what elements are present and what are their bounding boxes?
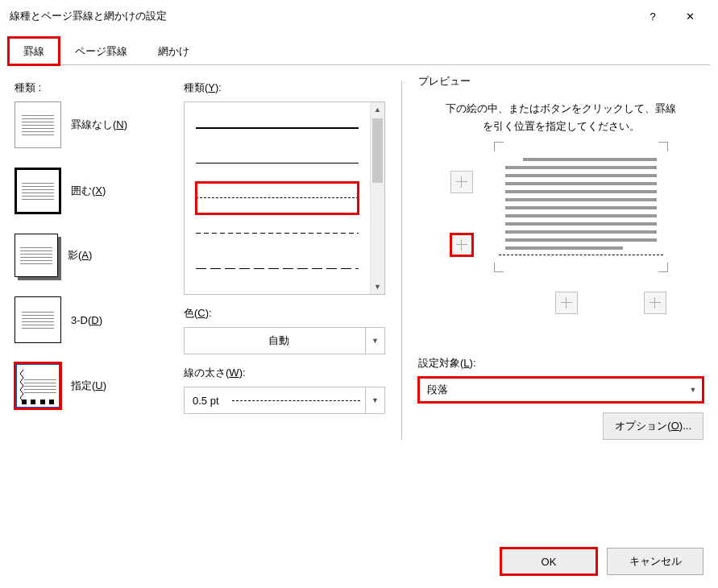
style-scrollbar[interactable]: ▲ ▼ — [370, 102, 384, 294]
chevron-down-icon: ▼ — [365, 387, 384, 413]
help-icon: ? — [650, 10, 655, 23]
thumb-3d-icon — [15, 296, 61, 343]
scroll-thumb[interactable] — [372, 118, 383, 183]
setting-shadow[interactable]: 影(A) — [15, 234, 168, 277]
cancel-button[interactable]: キャンセル — [607, 548, 703, 575]
setting-custom-label: 指定(U) — [71, 379, 106, 393]
zigzag-icon — [19, 370, 24, 402]
setting-shadow-label: 影(A) — [68, 248, 92, 263]
grid-icon — [650, 297, 661, 308]
setting-3d[interactable]: 3-D(D) — [15, 296, 168, 343]
preview-canvas[interactable] — [499, 147, 663, 267]
borders-shading-dialog: 線種とページ罫線と網かけの設定 ? ✕ 罫線 ページ罫線 網かけ 種類 : 罫線… — [0, 0, 718, 588]
apply-to-label: 設定対象(L): — [418, 356, 703, 371]
preview-label: プレビュー — [418, 74, 703, 89]
color-value: 自動 — [193, 333, 365, 348]
setting-3d-label: 3-D(D) — [71, 314, 102, 326]
preview-column: プレビュー 下の絵の中、またはボタンをクリックして、罫線を引く位置を指定してくだ… — [401, 81, 703, 440]
color-dropdown[interactable]: 自動 ▼ — [184, 327, 385, 354]
setting-none[interactable]: 罫線なし(N) — [15, 101, 168, 148]
dialog-title: 線種とページ罫線と網かけの設定 — [10, 9, 634, 23]
grid-icon — [456, 176, 467, 188]
grid-icon — [561, 297, 572, 308]
apply-to-dropdown[interactable]: 段落 ▼ — [418, 377, 703, 403]
scroll-up-icon[interactable]: ▲ — [371, 102, 384, 117]
tab-strip: 罫線 ページ罫線 網かけ — [8, 37, 710, 65]
setting-label: 種類 : — [15, 81, 168, 95]
tab-borders[interactable]: 罫線 — [8, 37, 60, 65]
color-label: 色(C): — [184, 306, 385, 321]
titlebar: 線種とページ罫線と網かけの設定 ? ✕ — [0, 0, 718, 32]
width-label: 線の太さ(W): — [184, 366, 385, 380]
style-listbox[interactable]: ▲ ▼ — [184, 101, 385, 295]
style-med-dash[interactable] — [196, 217, 359, 250]
edge-top-button[interactable] — [450, 171, 473, 193]
close-button[interactable]: ✕ — [671, 0, 708, 32]
tab-underline — [8, 64, 710, 65]
thumb-custom-icon — [15, 362, 61, 409]
help-button[interactable]: ? — [634, 0, 671, 32]
width-sample-icon — [232, 400, 360, 401]
style-list — [185, 102, 370, 294]
width-dropdown[interactable]: 0.5 pt ▼ — [184, 387, 385, 414]
dialog-body: 種類 : 罫線なし(N) 囲む(X) 影(A) 3-D(D) — [0, 66, 718, 440]
thumb-box-icon — [15, 168, 61, 214]
edge-left-button[interactable] — [555, 292, 578, 314]
edge-right-button[interactable] — [644, 292, 666, 314]
width-value: 0.5 pt — [193, 395, 219, 407]
tab-shading[interactable]: 網かけ — [143, 37, 205, 65]
style-solid-thick[interactable] — [196, 112, 359, 144]
thumb-shadow-icon — [15, 234, 58, 277]
grid-icon — [456, 239, 467, 251]
edge-bottom-button[interactable] — [450, 234, 473, 256]
close-icon: ✕ — [686, 10, 695, 23]
setting-box[interactable]: 囲む(X) — [15, 168, 168, 214]
options-button[interactable]: オプション(O)... — [603, 412, 703, 440]
setting-none-label: 罫線なし(N) — [71, 118, 127, 132]
scroll-down-icon[interactable]: ▼ — [371, 280, 384, 294]
thumb-none-icon — [15, 101, 61, 148]
dialog-buttons: OK キャンセル — [500, 548, 703, 575]
style-column: 種類(Y): ▲ ▼ 色(C): 自動 ▼ — [184, 81, 385, 440]
style-solid-thin[interactable] — [196, 147, 359, 179]
style-fine-dash[interactable] — [196, 182, 359, 214]
setting-column: 種類 : 罫線なし(N) 囲む(X) 影(A) 3-D(D) — [15, 81, 168, 440]
chevron-down-icon: ▼ — [683, 378, 703, 402]
style-label: 種類(Y): — [184, 81, 385, 95]
tab-page-border[interactable]: ページ罫線 — [60, 37, 143, 65]
ok-button[interactable]: OK — [500, 548, 597, 575]
apply-to-value: 段落 — [427, 383, 448, 397]
setting-box-label: 囲む(X) — [71, 184, 106, 198]
style-long-dash[interactable] — [196, 252, 359, 284]
chevron-down-icon: ▼ — [365, 328, 384, 354]
preview-hint: 下の絵の中、またはボタンをクリックして、罫線を引く位置を指定してください。 — [418, 95, 703, 147]
preview-area — [434, 147, 687, 308]
setting-custom[interactable]: 指定(U) — [15, 362, 168, 409]
